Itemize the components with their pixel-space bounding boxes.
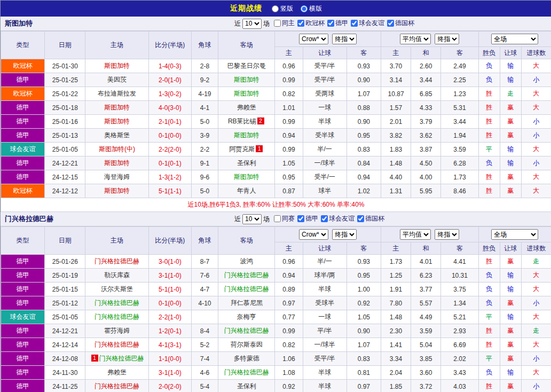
result-outcome: 胜: [478, 380, 500, 392]
scope-select[interactable]: 全场: [491, 34, 538, 44]
col-corner: 角球: [191, 32, 218, 59]
filter-bundesliga[interactable]: 德甲: [297, 214, 318, 223]
match-date: 25-01-12: [45, 296, 85, 310]
filter-same-home-checkbox[interactable]: [274, 20, 281, 27]
corner-score: 8-4: [191, 324, 218, 338]
col-corner: 角球: [191, 227, 218, 255]
avg-stage-select[interactable]: 终指: [435, 34, 459, 44]
avg-home-odds: 1.91: [381, 283, 411, 296]
filter-same-home[interactable]: 同主: [274, 19, 295, 28]
handicap-line: 半球: [303, 366, 347, 380]
handicap-line: 球半: [303, 184, 347, 198]
result-handicap: 输: [500, 366, 521, 380]
match-date: 25-01-13: [45, 129, 85, 143]
match-date: 25-01-22: [45, 87, 85, 101]
avg-stage-select[interactable]: 终指: [435, 229, 459, 240]
filter-club-friendly[interactable]: 球会友谊: [321, 214, 355, 223]
match-row: 德甲24-12-15海登海姆1-3(1-2)9-6斯图加特0.95受半/一0.9…: [1, 170, 551, 184]
col-odds-home: 主: [275, 47, 303, 59]
score: 2-2(1-0): [148, 310, 191, 324]
result-handicap: 输: [500, 156, 521, 170]
col-result-outcome: 胜负: [478, 242, 500, 255]
horizontal-radio-input[interactable]: [301, 5, 308, 12]
odds-away: 0.95: [347, 269, 381, 283]
recent-results-page: 近期战绩 竖版横版 斯图加特 近 10 场 同主欧冠杯德甲球会友谊德国杯 类型: [0, 0, 551, 392]
match-row: 德甲25-01-19勒沃库森3-1(1-0)7-6门兴格拉德巴赫0.94球半/两…: [1, 269, 551, 283]
avg-select[interactable]: 平均值: [400, 229, 431, 240]
corner-score: 2-2: [191, 143, 218, 156]
odds-stage-select[interactable]: 终指: [332, 34, 357, 44]
recent-count-select[interactable]: 10: [242, 19, 262, 29]
filter-ucl-checkbox[interactable]: [297, 20, 304, 27]
avg-home-odds: 1.83: [381, 143, 411, 156]
avg-select[interactable]: 平均值: [400, 34, 431, 44]
recent-count-select[interactable]: 10: [242, 214, 262, 224]
filter-bundesliga-checkbox[interactable]: [297, 215, 304, 222]
match-row: 德甲24-12-081门兴格拉德巴赫1-1(0-0)7-4多特蒙德1.06受平/…: [1, 352, 551, 366]
bookmaker-select[interactable]: Crow*: [299, 229, 328, 240]
filter-club-friendly-checkbox[interactable]: [351, 20, 358, 27]
home-team-name: 门兴格拉德巴赫: [95, 382, 139, 390]
home-team-cell: 门兴格拉德巴赫: [85, 338, 148, 352]
home-team-cell: 弗赖堡: [85, 366, 148, 380]
filter-bar: 近 10 场 同赛德甲球会友谊德国杯: [234, 212, 384, 226]
avg-away-odds: 5.21: [441, 310, 478, 324]
bookmaker-select[interactable]: Crow*: [299, 34, 328, 44]
layout-radio-vertical[interactable]: 竖版: [272, 4, 293, 13]
filter-german-cup-checkbox[interactable]: [387, 20, 394, 27]
odds-away: 0.93: [347, 255, 381, 269]
avg-away-odds: 2.02: [441, 352, 478, 366]
filter-club-friendly-checkbox[interactable]: [321, 215, 328, 222]
scope-select[interactable]: 全场: [491, 229, 538, 240]
col-type: 类型: [1, 227, 45, 255]
col-odds-home: 主: [275, 242, 303, 255]
layout-radio-horizontal[interactable]: 横版: [301, 4, 322, 13]
home-team-name: 门兴格拉德巴赫: [95, 341, 139, 348]
odds-away: 0.83: [347, 352, 381, 366]
avg-home-odds: 1.85: [381, 380, 411, 392]
handicap-line: 一/球半: [303, 156, 347, 170]
filter-german-cup[interactable]: 德国杯: [357, 214, 384, 223]
result-outcome: 负: [478, 283, 500, 296]
home-team-cell: 斯图加特: [85, 101, 148, 115]
home-team-name: 门兴格拉德巴赫: [95, 257, 139, 265]
avg-away-odds: 10.31: [441, 269, 478, 283]
home-team-cell: 斯图加特: [85, 115, 148, 129]
filter-bundesliga-checkbox[interactable]: [327, 20, 334, 27]
avg-home-odds: 2.01: [381, 115, 411, 129]
filter-club-friendly[interactable]: 球会友谊: [351, 19, 384, 28]
score: 5-1(1-1): [148, 184, 191, 198]
filter-bundesliga[interactable]: 德甲: [327, 19, 348, 28]
avg-draw-odds: 5.95: [411, 184, 441, 198]
page-title: 近期战绩: [230, 4, 262, 13]
match-row: 球会友谊25-01-05门兴格拉德巴赫2-2(1-0)奈梅亨0.77一球1.05…: [1, 310, 551, 324]
result-goals: 大: [521, 269, 551, 283]
filter-same-competition-checkbox[interactable]: [274, 215, 281, 222]
col-away: 客场: [218, 32, 275, 59]
corner-score: 4-10: [191, 296, 218, 310]
filter-same-competition[interactable]: 同赛: [274, 214, 295, 223]
avg-draw-odds: 3.44: [411, 73, 441, 87]
odds-home: 0.82: [275, 338, 303, 352]
match-date: 25-01-30: [45, 59, 85, 73]
home-team-name: 门兴格拉德巴赫: [95, 299, 139, 307]
handicap-line: 一球: [303, 310, 347, 324]
team-rank-badge: 2: [257, 117, 264, 124]
away-team-name: 波鸿: [240, 257, 253, 265]
filter-german-cup-checkbox[interactable]: [357, 215, 364, 222]
away-team-cell: 斯图加特: [218, 129, 275, 143]
odds-away: 0.97: [347, 380, 381, 392]
odds-stage-select[interactable]: 终指: [332, 229, 357, 240]
vertical-radio-input[interactable]: [272, 5, 279, 12]
odds-away: 0.90: [347, 324, 381, 338]
avg-away-odds: 1.34: [441, 296, 478, 310]
competition-badge: 欧冠杯: [1, 87, 45, 101]
odds-home: 0.94: [275, 129, 303, 143]
away-team-cell: 门兴格拉德巴赫: [218, 283, 275, 296]
filter-ucl[interactable]: 欧冠杯: [297, 19, 325, 28]
competition-badge: 德甲: [1, 73, 45, 87]
filter-german-cup[interactable]: 德国杯: [387, 19, 414, 28]
scope-group-header: 全场: [478, 227, 551, 242]
result-outcome: 胜: [478, 115, 500, 129]
competition-badge: 德甲: [1, 283, 45, 296]
